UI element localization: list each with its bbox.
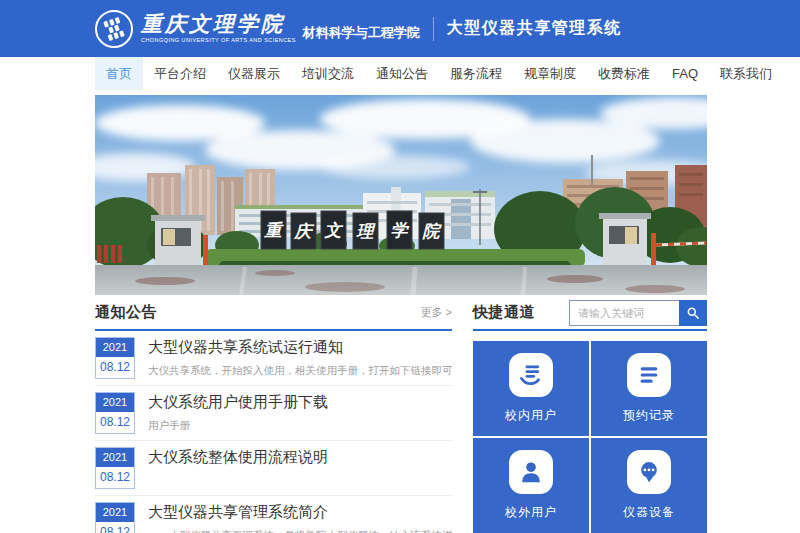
nav-item-home[interactable]: 首页 xyxy=(95,57,143,90)
nav-item-contact[interactable]: 联系我们 xyxy=(709,57,783,90)
notice-item[interactable]: 2021 08.12 大仪系统整体使用流程说明 xyxy=(95,441,452,496)
gate-char: 院 xyxy=(422,222,443,241)
gate-char: 文 xyxy=(324,221,344,240)
search-icon xyxy=(686,306,700,320)
notices-header: 通知公告 更多 > xyxy=(95,303,452,331)
nav-item-notices[interactable]: 通知公告 xyxy=(365,57,439,90)
notice-item[interactable]: 2021 08.12 大型仪器共享管理系统简介 大型仪器共享管理系统，是将学院大… xyxy=(95,496,452,533)
nav-item-service-flow[interactable]: 服务流程 xyxy=(439,57,513,90)
content-row: 通知公告 更多 > 2021 08.12 大型仪器共享系统试运行通知 大仪共享系… xyxy=(95,303,707,533)
list-icon xyxy=(627,353,671,397)
notice-body: 大仪系统用户使用手册下载 用户手册 xyxy=(148,392,452,434)
search-input[interactable] xyxy=(569,300,679,326)
tile-label: 仪器设备 xyxy=(623,504,675,521)
nav-item-instrument-display[interactable]: 仪器展示 xyxy=(217,57,291,90)
college-name: 材料科学与工程学院 xyxy=(303,24,420,42)
notice-title: 大型仪器共享管理系统简介 xyxy=(148,503,452,522)
notice-title: 大仪系统整体使用流程说明 xyxy=(148,448,452,467)
main-nav: 首页 平台介绍 仪器展示 培训交流 通知公告 服务流程 规章制度 收费标准 FA… xyxy=(95,57,707,90)
notice-summary: 大型仪器共享管理系统，是将学院大型仪器统一纳入该系统进行管理，以实现仪器的资源共… xyxy=(148,529,452,533)
nav-item-rules[interactable]: 规章制度 xyxy=(513,57,587,90)
university-name-en: CHONGQING UNIVERSITY OF ARTS AND SCIENCE… xyxy=(141,38,296,44)
user-icon xyxy=(509,450,553,494)
notice-summary: 用户手册 xyxy=(148,419,452,433)
notice-body: 大型仪器共享系统试运行通知 大仪共享系统，开始投入使用，相关使用手册，打开如下链… xyxy=(148,337,452,379)
page: 重庆文理学院 CHONGQING UNIVERSITY OF ARTS AND … xyxy=(0,0,800,533)
tile-reservation-records[interactable]: 预约记录 xyxy=(591,341,707,436)
notice-year: 2021 xyxy=(96,503,134,522)
tile-label: 校内用户 xyxy=(505,407,557,424)
notice-date-badge: 2021 08.12 xyxy=(95,392,135,434)
notice-year: 2021 xyxy=(96,338,134,357)
notice-title: 大仪系统用户使用手册下载 xyxy=(148,393,452,412)
quick-channel-section: 快捷通道 xyxy=(473,303,707,533)
notice-item[interactable]: 2021 08.12 大型仪器共享系统试运行通知 大仪共享系统，开始投入使用，相… xyxy=(95,331,452,386)
tile-campus-user[interactable]: 校内用户 xyxy=(473,341,589,436)
gate-char: 学 xyxy=(391,221,410,240)
notice-day: 08.12 xyxy=(96,357,134,378)
system-title: 大型仪器共享管理系统 xyxy=(447,18,622,39)
notice-body: 大仪系统整体使用流程说明 xyxy=(148,447,452,489)
quick-channel-header: 快捷通道 xyxy=(473,303,707,331)
notice-day: 08.12 xyxy=(96,412,134,433)
tile-label: 校外用户 xyxy=(505,504,557,521)
nav-item-fees[interactable]: 收费标准 xyxy=(587,57,661,90)
notice-date-badge: 2021 08.12 xyxy=(95,502,135,533)
site-header: 重庆文理学院 CHONGQING UNIVERSITY OF ARTS AND … xyxy=(0,0,800,57)
gate-char: 重 xyxy=(264,221,285,240)
nav-item-training[interactable]: 培训交流 xyxy=(291,57,365,90)
notice-title: 大型仪器共享系统试运行通知 xyxy=(148,338,452,357)
university-name-cn: 重庆文理学院 xyxy=(141,14,296,35)
notice-summary: 大仪共享系统，开始投入使用，相关使用手册，打开如下链接即可下载学习。http:/… xyxy=(148,364,452,378)
header-inner: 重庆文理学院 CHONGQING UNIVERSITY OF ARTS AND … xyxy=(95,10,707,48)
notices-section: 通知公告 更多 > 2021 08.12 大型仪器共享系统试运行通知 大仪共享系… xyxy=(95,303,452,533)
university-logo xyxy=(95,10,133,48)
chat-bubble-icon xyxy=(627,450,671,494)
notice-list: 2021 08.12 大型仪器共享系统试运行通知 大仪共享系统，开始投入使用，相… xyxy=(95,331,452,533)
search-button[interactable] xyxy=(679,300,707,326)
university-name-block: 重庆文理学院 CHONGQING UNIVERSITY OF ARTS AND … xyxy=(141,14,296,44)
campus-photo-illustration: 重 庆 文 理 学 院 xyxy=(95,95,707,295)
nav-item-platform-intro[interactable]: 平台介绍 xyxy=(143,57,217,90)
search-box xyxy=(569,300,707,326)
notices-title: 通知公告 xyxy=(95,303,157,322)
nav-item-faq[interactable]: FAQ xyxy=(661,57,709,90)
notice-day: 08.12 xyxy=(96,467,134,488)
quick-channel-title: 快捷通道 xyxy=(473,303,535,322)
tile-instruments[interactable]: 仪器设备 xyxy=(591,438,707,533)
notice-body: 大型仪器共享管理系统简介 大型仪器共享管理系统，是将学院大型仪器统一纳入该系统进… xyxy=(148,502,452,533)
hand-card-icon xyxy=(509,353,553,397)
quick-tiles: 校内用户 预约记录 xyxy=(473,341,707,533)
gate-char: 庆 xyxy=(293,222,315,241)
notice-day: 08.12 xyxy=(96,522,134,533)
header-divider xyxy=(433,17,434,41)
logo-emblem-icon xyxy=(101,16,127,42)
gate-char: 理 xyxy=(356,222,377,241)
notice-year: 2021 xyxy=(96,448,134,467)
notice-year: 2021 xyxy=(96,393,134,412)
notice-item[interactable]: 2021 08.12 大仪系统用户使用手册下载 用户手册 xyxy=(95,386,452,441)
notice-date-badge: 2021 08.12 xyxy=(95,447,135,489)
tile-external-user[interactable]: 校外用户 xyxy=(473,438,589,533)
notice-date-badge: 2021 08.12 xyxy=(95,337,135,379)
notices-more-link[interactable]: 更多 > xyxy=(421,305,452,320)
campus-photo: 重 庆 文 理 学 院 xyxy=(95,95,707,295)
tile-label: 预约记录 xyxy=(623,407,675,424)
